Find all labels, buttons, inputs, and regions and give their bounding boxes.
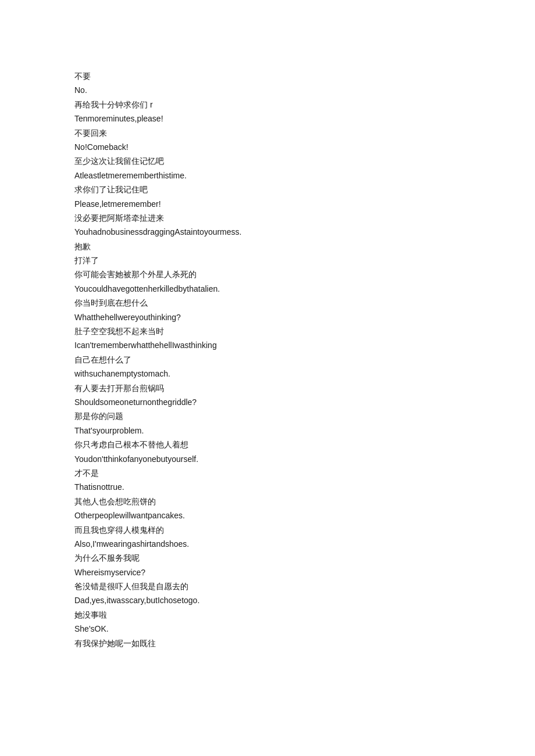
text-line-22: 有人要去打开那台煎锅吗	[74, 382, 461, 395]
text-line-19: Ican'trememberwhatthehellIwasthinking	[74, 339, 461, 352]
text-line-4: 不要回来	[74, 127, 461, 139]
text-line-16: 你当时到底在想什么	[74, 296, 461, 309]
text-line-6: 至少这次让我留住记忆吧	[74, 155, 461, 167]
text-line-18: 肚子空空我想不起来当时	[74, 325, 461, 338]
text-line-34: 为什么不服务我呢	[74, 551, 461, 564]
text-line-35: Whereismyservice?	[74, 566, 461, 579]
text-line-28: 才不是	[74, 467, 461, 479]
text-line-31: Otherpeoplewillwantpancakes.	[74, 509, 461, 522]
text-line-17: Whatthehellwereyouthinking?	[74, 311, 461, 324]
text-line-8: 求你们了让我记住吧	[74, 183, 461, 196]
text-line-23: Shouldsomeoneturnonthegriddle?	[74, 396, 461, 409]
text-line-5: No!Comeback!	[74, 141, 461, 153]
text-line-33: Also,I'mwearingashirtandshoes.	[74, 538, 461, 550]
text-line-3: Tenmoreminutes,please!	[74, 112, 461, 125]
text-line-10: 没必要把阿斯塔牵扯进来	[74, 212, 461, 224]
text-line-2: 再给我十分钟求你们 r	[74, 98, 461, 111]
text-line-37: Dad,yes,itwasscary,butIchosetogo.	[74, 594, 461, 607]
text-line-13: 打洋了	[74, 254, 461, 267]
text-line-21: withsuchanemptystomach.	[74, 367, 461, 380]
text-line-1: No.	[74, 84, 461, 96]
text-line-20: 自己在想什么了	[74, 353, 461, 366]
text-line-15: Youcouldhavegottenherkilledbythatalien.	[74, 282, 461, 295]
text-line-39: She'sOK.	[74, 622, 461, 635]
text-line-7: Atleastletmerememberthistime.	[74, 169, 461, 182]
text-line-0: 不要	[74, 70, 461, 83]
text-line-27: Youdon'tthinkofanyonebutyourself.	[74, 453, 461, 465]
text-line-29: Thatisnottrue.	[74, 481, 461, 493]
text-line-40: 有我保护她呢一如既往	[74, 637, 461, 650]
text-line-12: 抱歉	[74, 240, 461, 253]
text-line-36: 爸没错是很吓人但我是自愿去的	[74, 580, 461, 593]
text-line-30: 其他人也会想吃煎饼的	[74, 495, 461, 508]
text-line-9: Please,letmeremember!	[74, 198, 461, 210]
text-line-11: YouhadnobusinessdraggingAstaintoyourmess…	[74, 225, 461, 238]
text-line-38: 她没事啦	[74, 608, 461, 621]
text-line-14: 你可能会害她被那个外星人杀死的	[74, 268, 461, 281]
text-line-32: 而且我也穿得人模鬼样的	[74, 524, 461, 536]
text-line-25: That'syourproblem.	[74, 424, 461, 437]
text-line-26: 你只考虑自己根本不替他人着想	[74, 438, 461, 451]
text-line-24: 那是你的问题	[74, 410, 461, 422]
content-container: 不要No.再给我十分钟求你们 rTenmoreminutes,please!不要…	[74, 70, 461, 650]
